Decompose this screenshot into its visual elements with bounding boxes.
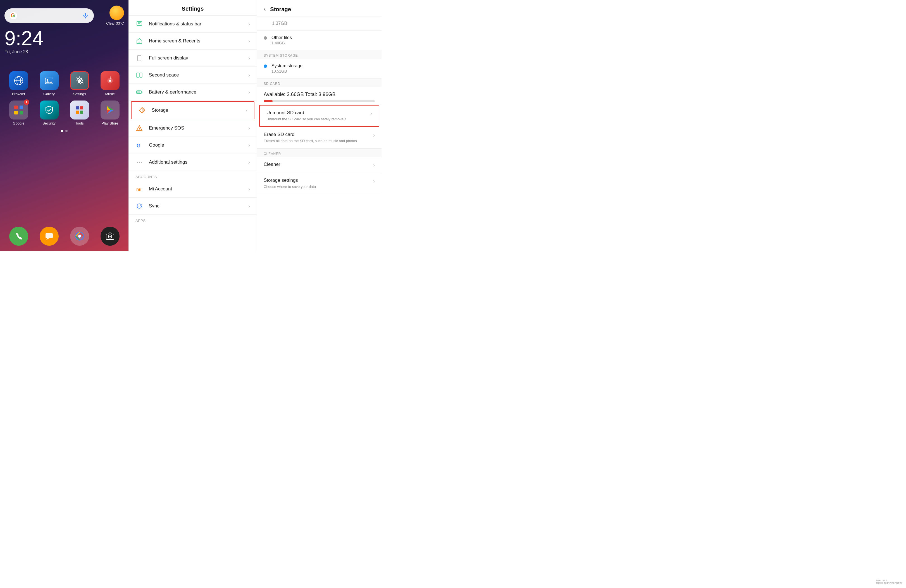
- dock-camera[interactable]: [96, 227, 124, 246]
- gallery-icon: [40, 71, 59, 90]
- page-dots: [5, 130, 124, 132]
- page-dot-1: [61, 130, 63, 132]
- dock-messages[interactable]: [35, 227, 63, 246]
- storage-content: 1.37GB Other files 1.40GB SYSTEM STORAGE…: [257, 16, 381, 194]
- google-g-icon: G G: [10, 12, 17, 19]
- settings-label: Settings: [73, 92, 86, 96]
- sd-available-text: Available: 3.66GB Total: 3.96GB: [264, 92, 375, 97]
- erase-sd-row[interactable]: Erase SD card Erases all data on the SD …: [257, 127, 381, 148]
- homescreen-label: Home screen & Recents: [149, 38, 248, 44]
- svg-rect-15: [14, 105, 18, 109]
- back-button[interactable]: ‹: [264, 6, 266, 13]
- google-settings-label: Google: [149, 142, 248, 148]
- storage-top-value: 1.37GB: [264, 21, 375, 26]
- accounts-section-header: ACCOUNTS: [129, 171, 257, 181]
- google-settings-icon: G: [136, 141, 143, 149]
- storage-settings-row[interactable]: Storage settings Choose where to save yo…: [257, 173, 381, 194]
- google-badge: 1: [24, 99, 29, 105]
- home-time: 9:24: [5, 28, 124, 48]
- system-storage-dot: [264, 64, 267, 68]
- app-security[interactable]: Security: [35, 100, 63, 125]
- search-bar[interactable]: G G: [5, 8, 94, 23]
- settings-item-additional[interactable]: Additional settings ›: [129, 154, 257, 171]
- settings-item-emergency[interactable]: Emergency SOS ›: [129, 120, 257, 137]
- unmount-sd-row[interactable]: Unmount SD card Unmount the SD card so y…: [259, 105, 379, 127]
- svg-rect-27: [46, 233, 53, 238]
- browser-label: Browser: [12, 92, 26, 96]
- secondspace-chevron: ›: [248, 72, 250, 78]
- app-google[interactable]: 1 Google: [5, 100, 33, 125]
- svg-rect-39: [138, 55, 141, 61]
- storage-settings-chevron: ›: [373, 178, 375, 184]
- home-dock: [5, 227, 124, 246]
- additional-icon: [136, 158, 143, 166]
- notifications-chevron: ›: [248, 21, 250, 27]
- storage-chevron: ›: [246, 107, 247, 113]
- settings-item-notifications[interactable]: Notifications & status bar ›: [129, 16, 257, 33]
- app-playstore[interactable]: Play Store: [96, 100, 124, 125]
- sync-label: Sync: [149, 203, 248, 209]
- erase-name: Erase SD card: [264, 132, 373, 137]
- sync-chevron: ›: [248, 203, 250, 209]
- settings-title: Settings: [129, 0, 257, 16]
- settings-item-google[interactable]: G Google ›: [129, 137, 257, 154]
- unmount-desc: Unmount the SD card so you can safely re…: [266, 117, 370, 122]
- app-music[interactable]: ♩ Music: [96, 71, 124, 96]
- storage-settings-name: Storage settings: [264, 178, 373, 183]
- svg-rect-17: [14, 111, 18, 115]
- storage-icon: [138, 107, 146, 114]
- storage-top-value-row: 1.37GB: [257, 16, 381, 31]
- settings-item-fullscreen[interactable]: Full screen display ›: [129, 50, 257, 67]
- system-storage-size: 10.51GB: [271, 69, 375, 73]
- cleaner-row[interactable]: Cleaner ›: [257, 157, 381, 173]
- app-grid-row2: 1 Google Security: [5, 100, 124, 125]
- svg-rect-41: [140, 73, 142, 77]
- settings-item-storage[interactable]: Storage ›: [131, 101, 254, 119]
- weather-widget: Clear 33°C: [106, 6, 124, 25]
- dock-phone[interactable]: [5, 227, 33, 246]
- cleaner-info: Cleaner: [264, 162, 373, 168]
- battery-chevron: ›: [248, 89, 250, 95]
- google-icon-app: 1: [9, 100, 28, 120]
- app-gallery[interactable]: Gallery: [35, 71, 63, 96]
- playstore-svg: [105, 105, 115, 115]
- app-grid-row1: Browser Gallery Settings: [5, 71, 124, 96]
- camera-svg: [105, 231, 115, 241]
- other-files-name: Other files: [271, 35, 375, 40]
- app-browser[interactable]: Browser: [5, 71, 33, 96]
- erase-info: Erase SD card Erases all data on the SD …: [264, 132, 373, 143]
- svg-rect-44: [137, 91, 140, 93]
- notifications-icon: [136, 20, 143, 28]
- settings-item-battery[interactable]: Battery & performance ›: [129, 84, 257, 101]
- battery-icon: [136, 88, 143, 96]
- settings-icon: [70, 71, 89, 90]
- tools-svg: [75, 105, 85, 115]
- svg-text:♩: ♩: [109, 76, 111, 80]
- notifications-label: Notifications & status bar: [149, 21, 248, 27]
- security-label: Security: [43, 121, 56, 125]
- svg-text:G: G: [137, 143, 140, 148]
- weather-temp: Clear 33°C: [106, 21, 124, 25]
- settings-item-secondspace[interactable]: Second space ›: [129, 67, 257, 84]
- cleaner-name: Cleaner: [264, 162, 373, 167]
- svg-point-50: [141, 162, 142, 163]
- additional-label: Additional settings: [149, 159, 248, 165]
- settings-item-miaccount[interactable]: mi Mi Account ›: [129, 181, 257, 198]
- storage-other-files-row: Other files 1.40GB: [257, 31, 381, 50]
- settings-item-homescreen[interactable]: Home screen & Recents ›: [129, 33, 257, 50]
- secondspace-label: Second space: [149, 72, 248, 78]
- unmount-name: Unmount SD card: [266, 110, 370, 116]
- emergency-label: Emergency SOS: [149, 125, 248, 131]
- svg-rect-20: [80, 107, 83, 110]
- storage-settings-info: Storage settings Choose where to save yo…: [264, 178, 373, 189]
- gallery-label: Gallery: [43, 92, 55, 96]
- settings-item-sync[interactable]: Sync ›: [129, 198, 257, 215]
- sd-progress-bar: [264, 100, 375, 102]
- svg-point-49: [139, 162, 140, 163]
- chrome-icon: [70, 227, 89, 246]
- app-settings[interactable]: Settings: [65, 71, 94, 96]
- svg-rect-40: [137, 73, 139, 77]
- dock-chrome[interactable]: [65, 227, 94, 246]
- emergency-icon: [136, 124, 143, 132]
- app-tools[interactable]: Tools: [65, 100, 94, 125]
